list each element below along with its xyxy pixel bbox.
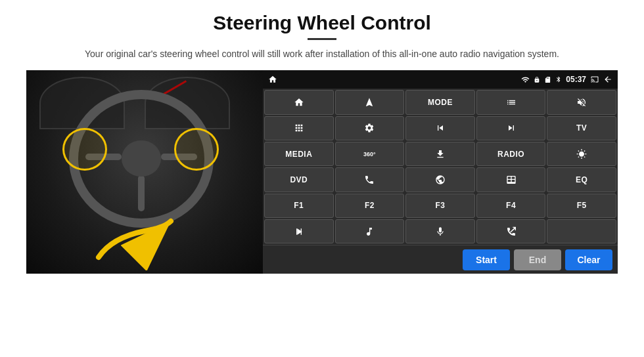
btn-settings[interactable] — [335, 116, 405, 140]
back-icon — [603, 75, 612, 84]
btn-dvd[interactable]: DVD — [264, 167, 334, 192]
sw-spoke-bottom — [138, 175, 145, 211]
btn-apps[interactable] — [264, 116, 334, 140]
btn-f2[interactable]: F2 — [335, 194, 405, 218]
btn-f4[interactable]: F4 — [476, 194, 546, 218]
btn-tv[interactable]: TV — [547, 116, 616, 140]
steering-wheel-bg — [26, 70, 263, 274]
page-container: Steering Wheel Control Your original car… — [0, 0, 644, 357]
btn-playpause[interactable] — [264, 219, 334, 243]
lock-icon — [534, 75, 540, 84]
home-status-icon — [268, 75, 277, 84]
btn-empty — [547, 219, 616, 243]
clear-button[interactable]: Clear — [565, 249, 612, 270]
btn-360[interactable]: 360° — [335, 142, 405, 166]
wifi-icon — [521, 75, 530, 84]
btn-f5[interactable]: F5 — [547, 194, 616, 218]
btn-radio[interactable]: RADIO — [476, 142, 546, 166]
radio-panel: 05:37 MODE — [263, 70, 618, 274]
highlight-circle-left — [62, 128, 107, 171]
status-left — [268, 75, 277, 84]
main-content: 05:37 MODE — [26, 70, 618, 274]
btn-music[interactable] — [335, 219, 405, 243]
page-title: Steering Wheel Control — [213, 12, 431, 34]
btn-eq[interactable]: EQ — [547, 167, 616, 192]
btn-eject[interactable] — [405, 142, 475, 166]
page-subtitle: Your original car's steering wheel contr… — [85, 47, 559, 61]
steering-wheel-image — [26, 70, 263, 274]
bottom-bar: Start End Clear — [263, 245, 618, 274]
btn-mode[interactable]: MODE — [405, 90, 475, 114]
btn-call[interactable] — [476, 219, 546, 243]
btn-mic[interactable] — [405, 219, 475, 243]
bluetooth-icon — [555, 75, 562, 84]
btn-nav[interactable] — [335, 90, 405, 114]
btn-mute[interactable] — [547, 90, 616, 114]
btn-next[interactable] — [476, 116, 546, 140]
cast-icon — [590, 75, 599, 83]
status-bar: 05:37 — [263, 70, 618, 89]
sd-icon — [544, 75, 551, 84]
btn-media[interactable]: MEDIA — [264, 142, 334, 166]
btn-f3[interactable]: F3 — [405, 194, 475, 218]
btn-prev[interactable] — [405, 116, 475, 140]
end-button[interactable]: End — [514, 249, 561, 270]
btn-browse[interactable] — [405, 167, 475, 192]
yellow-arrow — [92, 211, 177, 270]
start-button[interactable]: Start — [463, 249, 510, 270]
btn-f1[interactable]: F1 — [264, 194, 334, 218]
btn-home[interactable] — [264, 90, 334, 114]
title-divider — [308, 38, 336, 40]
status-right: 05:37 — [521, 75, 612, 84]
btn-phone[interactable] — [335, 167, 405, 192]
button-grid: MODE — [263, 89, 618, 245]
highlight-circle-right — [174, 128, 219, 171]
btn-brightness[interactable] — [547, 142, 616, 166]
btn-window[interactable] — [476, 167, 546, 192]
btn-list[interactable] — [476, 90, 546, 114]
status-time: 05:37 — [566, 75, 586, 84]
